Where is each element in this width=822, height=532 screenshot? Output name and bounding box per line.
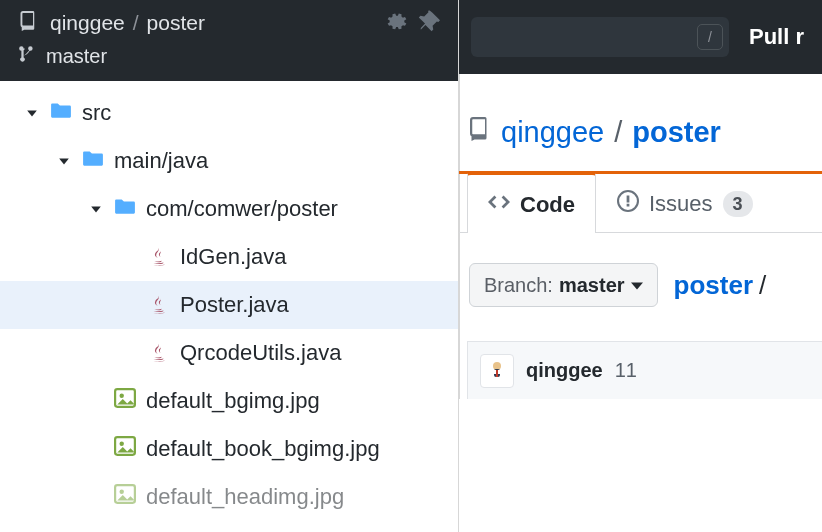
svg-point-5: [120, 490, 124, 494]
issues-icon: [617, 190, 639, 218]
branch-prefix: Branch:: [484, 274, 553, 297]
tab-code[interactable]: Code: [467, 172, 596, 233]
tree-item-label: QrcodeUtils.java: [180, 340, 341, 366]
svg-point-3: [120, 442, 124, 446]
path-separator: /: [133, 11, 139, 35]
issues-count-badge: 3: [723, 191, 753, 217]
crumb-root-link[interactable]: poster: [674, 270, 753, 300]
tree-header: qinggee / poster master: [0, 0, 458, 81]
tree-item-label: default_bgimg.jpg: [146, 388, 320, 414]
folder-icon: [114, 196, 136, 222]
tree-row-folder[interactable]: src: [0, 89, 458, 137]
tree-item-label: com/comwer/poster: [146, 196, 338, 222]
github-panel: / Pull r qinggee / poster Code: [459, 0, 822, 532]
tree-row-image[interactable]: default_headimg.jpg: [0, 473, 458, 521]
image-file-icon: [114, 388, 136, 414]
tab-issues[interactable]: Issues 3: [596, 172, 774, 233]
nav-pull-requests[interactable]: Pull r: [749, 24, 804, 50]
tree-repo: poster: [147, 11, 205, 35]
tree-item-label: default_headimg.jpg: [146, 484, 344, 510]
branch-icon: [18, 44, 36, 69]
tree-owner: qinggee: [50, 11, 125, 35]
path-crumb: poster/: [674, 270, 773, 301]
latest-commit-strip[interactable]: qinggee 11: [467, 341, 822, 399]
avatar[interactable]: [480, 354, 514, 388]
github-topbar: / Pull r: [459, 0, 822, 74]
pin-icon[interactable]: [418, 10, 440, 36]
svg-point-6: [493, 362, 501, 370]
image-file-icon: [114, 484, 136, 510]
gear-icon[interactable]: [386, 10, 408, 36]
tree-row-java[interactable]: Poster.java: [0, 281, 458, 329]
tree-item-label: Poster.java: [180, 292, 289, 318]
image-file-icon: [114, 436, 136, 462]
tree-row-folder[interactable]: main/java: [0, 137, 458, 185]
tree-repo-path[interactable]: qinggee / poster: [50, 11, 374, 35]
tree-row-java[interactable]: QrcodeUtils.java: [0, 329, 458, 377]
repo-separator: /: [614, 116, 622, 149]
twisty-icon[interactable]: [56, 155, 72, 167]
tab-issues-label: Issues: [649, 191, 713, 217]
repo-icon: [467, 116, 491, 149]
tree-row-folder[interactable]: com/comwer/poster: [0, 185, 458, 233]
commit-author[interactable]: qinggee: [526, 359, 603, 382]
tab-code-label: Code: [520, 192, 575, 218]
twisty-icon[interactable]: [24, 107, 40, 119]
tree-item-label: IdGen.java: [180, 244, 286, 270]
java-file-icon: [146, 294, 170, 316]
file-tree: srcmain/javacom/comwer/posterIdGen.javaP…: [0, 81, 458, 529]
tree-item-label: src: [82, 100, 111, 126]
file-tree-panel: qinggee / poster master: [0, 0, 459, 532]
twisty-icon[interactable]: [88, 203, 104, 215]
crumb-separator: /: [753, 270, 772, 300]
commit-meta: 11: [615, 359, 637, 382]
tree-item-label: default_book_bgimg.jpg: [146, 436, 380, 462]
branch-name: master: [559, 274, 625, 297]
tree-row-java[interactable]: IdGen.java: [0, 233, 458, 281]
tree-row-image[interactable]: default_book_bgimg.jpg: [0, 425, 458, 473]
tree-row-image[interactable]: default_bgimg.jpg: [0, 377, 458, 425]
caret-down-icon: [631, 274, 643, 297]
repo-title: qinggee / poster: [459, 88, 822, 171]
tree-item-label: main/java: [114, 148, 208, 174]
folder-icon: [50, 100, 72, 126]
svg-point-1: [120, 394, 124, 398]
repo-name-link[interactable]: poster: [632, 116, 721, 149]
folder-icon: [82, 148, 104, 174]
branch-select-button[interactable]: Branch: master: [469, 263, 658, 307]
repo-owner-link[interactable]: qinggee: [501, 116, 604, 149]
repo-icon: [18, 10, 38, 36]
search-input[interactable]: /: [471, 17, 729, 57]
java-file-icon: [146, 246, 170, 268]
slash-key-hint: /: [697, 24, 723, 50]
java-file-icon: [146, 342, 170, 364]
svg-rect-9: [496, 370, 498, 377]
repo-tabs: Code Issues 3: [459, 171, 822, 233]
code-icon: [488, 191, 510, 219]
tree-branch-name[interactable]: master: [46, 45, 107, 68]
